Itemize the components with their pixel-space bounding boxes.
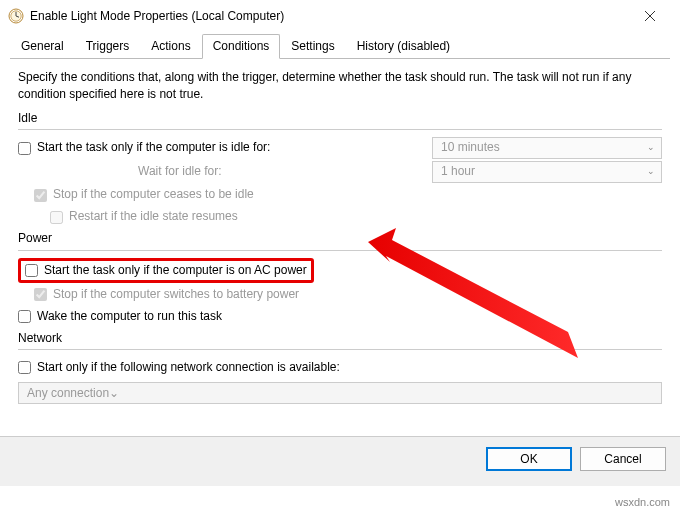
network-connection-select[interactable]: Any connection ⌄ — [18, 382, 662, 404]
network-connection-value: Any connection — [27, 385, 109, 402]
cancel-button[interactable]: Cancel — [580, 447, 666, 471]
start-idle-checkbox[interactable]: Start the task only if the computer is i… — [18, 139, 270, 156]
tab-actions[interactable]: Actions — [140, 34, 201, 59]
idle-divider — [18, 129, 662, 130]
wait-duration-select[interactable]: 1 hour ⌄ — [432, 161, 662, 183]
power-section-label: Power — [18, 230, 662, 247]
restart-resumes-check[interactable] — [50, 211, 63, 224]
start-idle-label: Start the task only if the computer is i… — [37, 139, 270, 156]
wait-duration-value: 1 hour — [441, 163, 475, 180]
stop-battery-checkbox[interactable]: Stop if the computer switches to battery… — [34, 286, 299, 303]
watermark: wsxdn.com — [615, 496, 670, 508]
tab-triggers[interactable]: Triggers — [75, 34, 141, 59]
idle-duration-select[interactable]: 10 minutes ⌄ — [432, 137, 662, 159]
window-title: Enable Light Mode Properties (Local Comp… — [30, 9, 630, 23]
dialog-footer: OK Cancel — [0, 436, 680, 486]
idle-duration-value: 10 minutes — [441, 139, 500, 156]
chevron-down-icon: ⌄ — [647, 166, 655, 179]
tab-history[interactable]: History (disabled) — [346, 34, 461, 59]
conditions-panel: Specify the conditions that, along with … — [0, 59, 680, 404]
close-icon — [645, 11, 655, 21]
tab-general[interactable]: General — [10, 34, 75, 59]
network-conn-checkbox[interactable]: Start only if the following network conn… — [18, 359, 340, 376]
chevron-down-icon: ⌄ — [109, 385, 119, 402]
on-ac-check[interactable] — [25, 264, 38, 277]
tab-bar: General Triggers Actions Conditions Sett… — [0, 34, 680, 59]
chevron-down-icon: ⌄ — [647, 142, 655, 155]
description-text: Specify the conditions that, along with … — [18, 69, 662, 104]
highlight-ac-power: Start the task only if the computer is o… — [18, 258, 314, 283]
tab-conditions[interactable]: Conditions — [202, 34, 281, 59]
wake-label: Wake the computer to run this task — [37, 308, 222, 325]
on-ac-checkbox[interactable]: Start the task only if the computer is o… — [25, 262, 307, 279]
wake-check[interactable] — [18, 310, 31, 323]
start-idle-check[interactable] — [18, 142, 31, 155]
close-button[interactable] — [630, 4, 670, 28]
network-conn-label: Start only if the following network conn… — [37, 359, 340, 376]
stop-ceases-check[interactable] — [34, 189, 47, 202]
network-divider — [18, 349, 662, 350]
power-divider — [18, 250, 662, 251]
wait-idle-label: Wait for idle for: — [18, 163, 432, 180]
restart-resumes-checkbox[interactable]: Restart if the idle state resumes — [50, 208, 238, 225]
network-section-label: Network — [18, 330, 662, 347]
wake-checkbox[interactable]: Wake the computer to run this task — [18, 308, 222, 325]
ok-button[interactable]: OK — [486, 447, 572, 471]
tab-settings[interactable]: Settings — [280, 34, 345, 59]
stop-battery-check[interactable] — [34, 288, 47, 301]
on-ac-label: Start the task only if the computer is o… — [44, 262, 307, 279]
idle-section-label: Idle — [18, 110, 662, 127]
tab-underline — [10, 58, 670, 59]
network-conn-check[interactable] — [18, 361, 31, 374]
stop-ceases-label: Stop if the computer ceases to be idle — [53, 186, 254, 203]
stop-ceases-checkbox[interactable]: Stop if the computer ceases to be idle — [34, 186, 254, 203]
app-icon — [8, 8, 24, 24]
stop-battery-label: Stop if the computer switches to battery… — [53, 286, 299, 303]
restart-resumes-label: Restart if the idle state resumes — [69, 208, 238, 225]
titlebar: Enable Light Mode Properties (Local Comp… — [0, 0, 680, 30]
